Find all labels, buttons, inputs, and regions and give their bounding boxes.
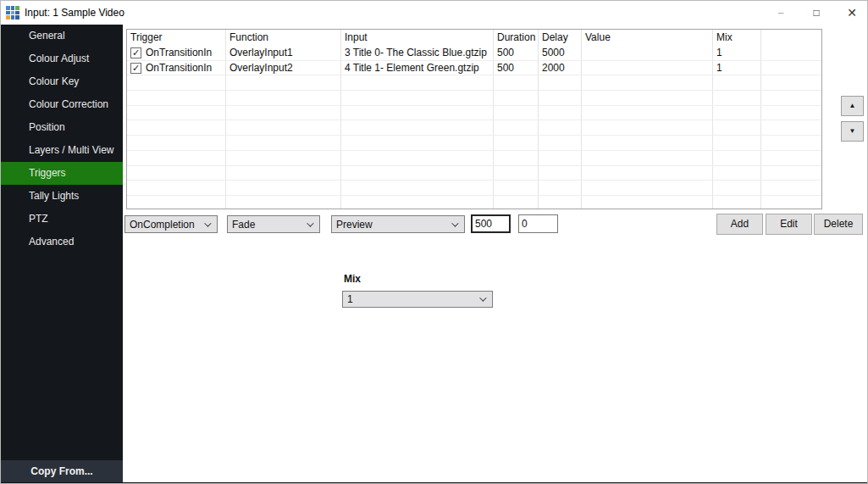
cell-function xyxy=(226,120,341,135)
mix-dropdown[interactable]: 1 xyxy=(342,291,493,308)
cell-extra xyxy=(761,91,821,105)
cell-input xyxy=(341,166,494,181)
sidebar-nav: GeneralColour AdjustColour KeyColour Cor… xyxy=(1,25,123,482)
cell-mix xyxy=(713,151,761,165)
maximize-button[interactable]: □ xyxy=(800,1,832,25)
table-row xyxy=(127,196,821,209)
row-enabled-checkbox[interactable]: ✓ xyxy=(130,63,141,74)
sidebar-item-colour-correction[interactable]: Colour Correction xyxy=(1,93,123,116)
cell-trigger xyxy=(127,75,226,90)
cell-delay xyxy=(539,136,582,150)
cell-mix xyxy=(713,120,761,135)
input-settings-window: Input: 1 Sample Video – □ ✕ GeneralColou… xyxy=(0,0,868,484)
cell-value xyxy=(582,46,713,60)
edit-button[interactable]: Edit xyxy=(766,214,812,235)
delay-field[interactable] xyxy=(518,214,558,233)
table-row xyxy=(127,136,821,151)
cell-function xyxy=(226,151,341,165)
cell-extra xyxy=(761,181,821,195)
duration-field[interactable] xyxy=(471,214,511,233)
input-dropdown[interactable]: Preview xyxy=(331,215,465,233)
cell-extra xyxy=(761,75,821,90)
cell-trigger xyxy=(127,136,226,150)
table-row[interactable]: ✓OnTransitionInOverlayInput24 Title 1- E… xyxy=(127,61,821,76)
sidebar-item-layers-multi-view[interactable]: Layers / Multi View xyxy=(1,139,123,162)
cell-input xyxy=(341,136,494,150)
cell-trigger xyxy=(127,166,226,181)
cell-extra xyxy=(761,46,821,60)
cell-delay: 2000 xyxy=(539,61,582,75)
cell-trigger xyxy=(127,196,226,209)
cell-delay xyxy=(539,151,582,165)
cell-trigger xyxy=(127,120,226,135)
cell-mix xyxy=(713,75,761,90)
cell-extra xyxy=(761,136,821,150)
cell-delay xyxy=(539,196,582,209)
cell-function xyxy=(226,75,341,90)
close-button[interactable]: ✕ xyxy=(836,1,868,25)
cell-trigger xyxy=(127,106,226,120)
chevron-down-icon xyxy=(479,294,486,301)
cell-duration xyxy=(494,106,539,120)
table-row xyxy=(127,75,821,91)
cell-function xyxy=(226,166,341,181)
col-mix[interactable]: Mix xyxy=(713,30,761,46)
trigger-dropdown[interactable]: OnCompletion xyxy=(124,215,218,233)
minimize-button[interactable]: – xyxy=(765,1,797,25)
table-row[interactable]: ✓OnTransitionInOverlayInput13 Title 0- T… xyxy=(127,46,821,61)
move-down-button[interactable]: ▼ xyxy=(841,121,864,142)
sidebar-item-colour-key[interactable]: Colour Key xyxy=(1,70,123,93)
cell-delay xyxy=(539,181,582,195)
sidebar-item-triggers[interactable]: Triggers xyxy=(1,162,123,185)
copy-from-button[interactable]: Copy From... xyxy=(1,460,123,482)
table-row xyxy=(127,151,821,166)
col-input[interactable]: Input xyxy=(341,30,494,46)
delete-button[interactable]: Delete xyxy=(814,214,863,235)
cell-mix: 1 xyxy=(713,61,761,75)
cell-value xyxy=(582,61,713,75)
chevron-down-icon xyxy=(204,220,211,226)
sidebar-item-ptz[interactable]: PTZ xyxy=(1,208,123,231)
sidebar-item-colour-adjust[interactable]: Colour Adjust xyxy=(1,47,123,70)
sidebar-item-advanced[interactable]: Advanced xyxy=(1,231,123,253)
cell-function: OverlayInput2 xyxy=(226,61,341,75)
cell-extra xyxy=(761,61,821,75)
titlebar: Input: 1 Sample Video – □ ✕ xyxy=(1,1,867,25)
function-dropdown[interactable]: Fade xyxy=(227,215,320,233)
cell-trigger-text: OnTransitionIn xyxy=(146,62,212,74)
table-row xyxy=(127,91,821,106)
cell-input xyxy=(341,91,494,105)
cell-delay xyxy=(539,106,582,120)
cell-value xyxy=(582,136,713,150)
cell-trigger xyxy=(127,181,226,195)
cell-mix xyxy=(713,166,761,181)
col-value[interactable]: Value xyxy=(582,30,713,46)
col-function[interactable]: Function xyxy=(226,30,341,46)
cell-mix xyxy=(713,106,761,120)
cell-value xyxy=(582,181,713,195)
cell-trigger xyxy=(127,151,226,165)
cell-trigger: ✓OnTransitionIn xyxy=(127,61,226,75)
sidebar-item-general[interactable]: General xyxy=(1,25,123,47)
cell-duration xyxy=(494,91,539,105)
cell-input xyxy=(341,151,494,165)
cell-function: OverlayInput1 xyxy=(226,46,341,60)
sidebar-item-tally-lights[interactable]: Tally Lights xyxy=(1,185,123,208)
move-up-button[interactable]: ▲ xyxy=(841,96,864,116)
cell-delay xyxy=(539,75,582,90)
cell-duration: 500 xyxy=(494,46,539,60)
app-grid-icon xyxy=(6,6,19,19)
col-duration[interactable]: Duration xyxy=(494,30,539,46)
cell-trigger-text: OnTransitionIn xyxy=(146,47,212,58)
col-delay[interactable]: Delay xyxy=(539,30,582,46)
cell-value xyxy=(582,166,713,181)
col-extra xyxy=(761,30,821,46)
sidebar-item-position[interactable]: Position xyxy=(1,116,123,139)
trigger-dropdown-value: OnCompletion xyxy=(130,219,195,231)
add-button[interactable]: Add xyxy=(716,214,763,235)
cell-extra xyxy=(761,166,821,181)
cell-duration xyxy=(494,120,539,135)
col-trigger[interactable]: Trigger xyxy=(127,30,226,46)
row-enabled-checkbox[interactable]: ✓ xyxy=(130,47,141,58)
cell-value xyxy=(582,151,713,165)
